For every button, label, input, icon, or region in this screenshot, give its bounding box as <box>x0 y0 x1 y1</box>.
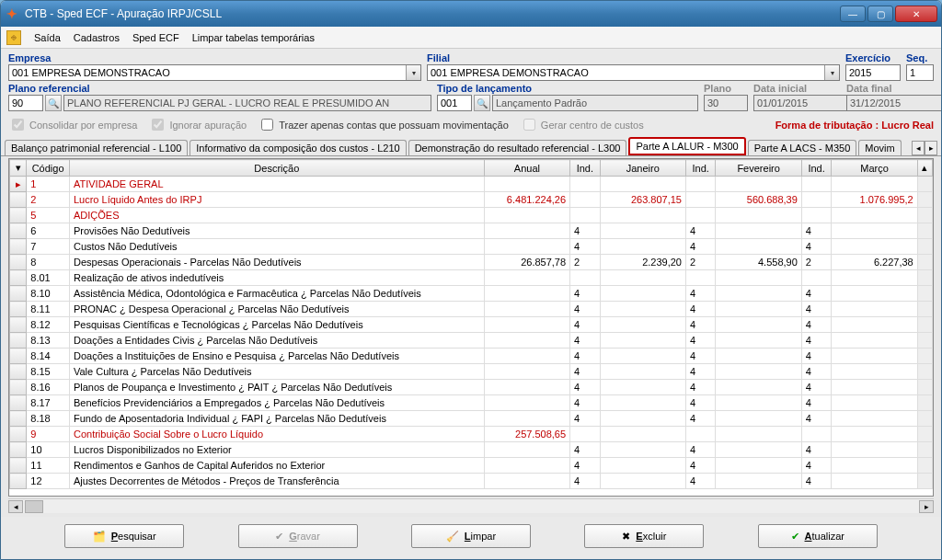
table-cell[interactable]: Vale Cultura ¿ Parcelas Não Dedutíveis <box>69 364 484 380</box>
table-cell[interactable] <box>600 177 685 192</box>
table-cell[interactable]: 4 <box>685 286 715 302</box>
table-cell[interactable] <box>484 380 569 395</box>
table-cell[interactable]: Pesquisas Científicas e Tecnológicas ¿ P… <box>69 317 484 333</box>
table-cell[interactable]: 8.10 <box>27 286 70 302</box>
table-row[interactable]: 8.10Assistência Médica, Odontológica e F… <box>10 286 933 302</box>
table-cell[interactable]: 8.14 <box>27 349 70 364</box>
table-cell[interactable]: 4 <box>570 302 600 317</box>
table-cell[interactable]: Lucros Disponibilizados no Exterior <box>69 442 484 458</box>
col-anual[interactable]: Anual <box>484 160 569 177</box>
excluir-button[interactable]: ✖ Excluir <box>584 524 704 548</box>
table-cell[interactable] <box>801 427 831 442</box>
table-cell[interactable]: Assistência Médica, Odontológica e Farma… <box>69 286 484 302</box>
table-row[interactable]: 8.11PRONAC ¿ Despesa Operacional ¿ Parce… <box>10 302 933 317</box>
maximize-button[interactable]: ▢ <box>867 6 893 22</box>
table-cell[interactable]: 2 <box>801 255 831 270</box>
table-cell[interactable] <box>832 442 917 458</box>
table-cell[interactable]: 4 <box>570 239 600 255</box>
minimize-button[interactable]: — <box>840 6 866 22</box>
scroll-right-button[interactable]: ▸ <box>919 500 934 513</box>
table-cell[interactable]: Custos Não Dedutíveis <box>69 239 484 255</box>
table-cell[interactable] <box>600 349 685 364</box>
table-cell[interactable]: 4 <box>570 380 600 395</box>
table-cell[interactable] <box>917 442 932 458</box>
col-codigo[interactable]: Código <box>27 160 70 177</box>
col-fevereiro[interactable]: Fevereiro <box>716 160 801 177</box>
table-cell[interactable] <box>484 239 569 255</box>
input-seq[interactable] <box>906 64 934 81</box>
table-cell[interactable]: 4 <box>570 333 600 349</box>
table-cell[interactable]: 263.807,15 <box>600 192 685 208</box>
horizontal-scrollbar[interactable]: ◂ ▸ <box>8 498 934 513</box>
table-row[interactable]: 8.15Vale Cultura ¿ Parcelas Não Dedutíve… <box>10 364 933 380</box>
table-cell[interactable]: Provisões Não Dedutíveis <box>69 223 484 239</box>
table-cell[interactable] <box>716 286 801 302</box>
table-cell[interactable] <box>832 474 917 489</box>
table-cell[interactable] <box>685 192 715 208</box>
table-cell[interactable]: 4 <box>570 411 600 427</box>
table-cell[interactable] <box>716 458 801 474</box>
table-cell[interactable]: Fundo de Aposentadoria Individual ¿ FAPI… <box>69 411 484 427</box>
close-button[interactable]: ✕ <box>895 6 937 22</box>
table-cell[interactable] <box>716 223 801 239</box>
table-cell[interactable] <box>10 427 27 442</box>
table-cell[interactable] <box>917 302 932 317</box>
data-grid[interactable]: ▾ Código Descrição Anual Ind. Janeiro In… <box>9 159 933 489</box>
input-tipo-lanc-cod[interactable] <box>437 95 472 111</box>
table-cell[interactable] <box>832 395 917 411</box>
table-cell[interactable] <box>716 442 801 458</box>
table-row[interactable]: 8Despesas Operacionais - Parcelas Não De… <box>10 255 933 270</box>
table-cell[interactable] <box>10 192 27 208</box>
table-cell[interactable] <box>10 458 27 474</box>
table-cell[interactable]: 4 <box>685 349 715 364</box>
table-cell[interactable] <box>10 333 27 349</box>
tab-movim[interactable]: Movim <box>858 140 901 155</box>
table-cell[interactable] <box>716 239 801 255</box>
table-row[interactable]: 5ADIÇÕES <box>10 208 933 223</box>
menu-cadastros[interactable]: Cadastros <box>74 32 120 43</box>
menu-spedecf[interactable]: Sped ECF <box>132 32 179 43</box>
table-cell[interactable]: ADIÇÕES <box>69 208 484 223</box>
table-cell[interactable] <box>484 223 569 239</box>
table-cell[interactable]: 4 <box>801 349 831 364</box>
table-cell[interactable] <box>716 317 801 333</box>
table-cell[interactable] <box>484 411 569 427</box>
table-cell[interactable]: 4.558,90 <box>716 255 801 270</box>
table-cell[interactable]: 10 <box>27 442 70 458</box>
table-cell[interactable]: 8.18 <box>27 411 70 427</box>
input-plano-ref-cod[interactable] <box>8 95 43 111</box>
table-cell[interactable]: 4 <box>685 333 715 349</box>
table-cell[interactable] <box>10 302 27 317</box>
table-cell[interactable] <box>570 208 600 223</box>
table-cell[interactable]: 4 <box>801 364 831 380</box>
table-cell[interactable]: Planos de Poupança e Investimento ¿ PAIT… <box>69 380 484 395</box>
table-cell[interactable] <box>716 208 801 223</box>
table-cell[interactable]: 4 <box>801 411 831 427</box>
table-cell[interactable] <box>716 364 801 380</box>
table-cell[interactable] <box>10 239 27 255</box>
input-exercicio[interactable] <box>845 64 901 81</box>
table-cell[interactable] <box>570 427 600 442</box>
table-cell[interactable]: 4 <box>685 395 715 411</box>
table-cell[interactable]: 4 <box>801 474 831 489</box>
table-cell[interactable] <box>917 395 932 411</box>
table-cell[interactable] <box>10 474 27 489</box>
chk-trazer[interactable]: Trazer apenas contas que possuam movimen… <box>258 116 509 133</box>
table-cell[interactable]: 4 <box>685 474 715 489</box>
table-cell[interactable] <box>832 223 917 239</box>
table-cell[interactable] <box>10 395 27 411</box>
table-cell[interactable]: Contribuição Social Sobre o Lucro Líquid… <box>69 427 484 442</box>
table-cell[interactable] <box>716 270 801 286</box>
tab-m350[interactable]: Parte A LACS - M350 <box>748 140 857 155</box>
table-row[interactable]: 8.12Pesquisas Científicas e Tecnológicas… <box>10 317 933 333</box>
chk-consolidar[interactable]: Consolidar por empresa <box>8 116 137 133</box>
table-cell[interactable] <box>832 427 917 442</box>
table-cell[interactable] <box>832 458 917 474</box>
table-cell[interactable] <box>484 364 569 380</box>
table-cell[interactable] <box>801 270 831 286</box>
chk-gerar[interactable]: Gerar centro de custos <box>520 116 644 133</box>
table-cell[interactable] <box>917 380 932 395</box>
table-cell[interactable] <box>917 208 932 223</box>
table-row[interactable]: 11Rendimentos e Ganhos de Capital Auferi… <box>10 458 933 474</box>
table-cell[interactable]: 4 <box>801 380 831 395</box>
